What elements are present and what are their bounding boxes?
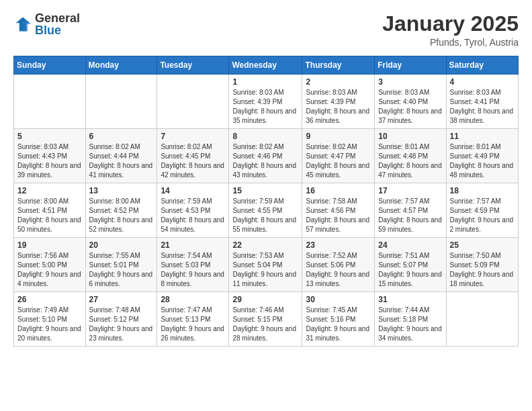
day-info: Sunrise: 8:02 AMSunset: 4:47 PMDaylight:… (306, 142, 371, 180)
day-info: Sunrise: 8:03 AMSunset: 4:39 PMDaylight:… (306, 88, 371, 126)
day-number: 21 (161, 240, 225, 250)
header-friday: Friday (375, 56, 446, 75)
logo: General Blue (13, 12, 80, 36)
calendar-body: 1Sunrise: 8:03 AMSunset: 4:39 PMDaylight… (14, 75, 519, 347)
table-row: 4Sunrise: 8:03 AMSunset: 4:41 PMDaylight… (446, 75, 518, 129)
day-info: Sunrise: 7:48 AMSunset: 5:12 PMDaylight:… (89, 306, 154, 343)
day-number: 8 (232, 132, 298, 141)
table-row: 27Sunrise: 7:48 AMSunset: 5:12 PMDayligh… (85, 292, 157, 347)
logo-icon (13, 15, 32, 34)
day-info: Sunrise: 8:00 AMSunset: 4:52 PMDaylight:… (89, 197, 154, 234)
table-row: 7Sunrise: 8:02 AMSunset: 4:45 PMDaylight… (157, 129, 229, 183)
table-row: 10Sunrise: 8:01 AMSunset: 4:48 PMDayligh… (375, 129, 446, 183)
day-info: Sunrise: 7:47 AMSunset: 5:13 PMDaylight:… (161, 306, 225, 343)
weekday-header-row: Sunday Monday Tuesday Wednesday Thursday… (14, 56, 519, 75)
header-wednesday: Wednesday (229, 56, 302, 75)
day-number: 6 (89, 132, 154, 141)
day-number: 12 (17, 186, 82, 195)
table-row: 13Sunrise: 8:00 AMSunset: 4:52 PMDayligh… (85, 183, 157, 238)
logo-blue-text: Blue (35, 24, 80, 36)
day-number: 25 (450, 240, 515, 250)
day-info: Sunrise: 7:56 AMSunset: 5:00 PMDaylight:… (17, 251, 82, 289)
table-row: 3Sunrise: 8:03 AMSunset: 4:40 PMDaylight… (375, 75, 446, 129)
table-row (85, 75, 157, 129)
table-row: 1Sunrise: 8:03 AMSunset: 4:39 PMDaylight… (229, 75, 302, 129)
day-info: Sunrise: 8:02 AMSunset: 4:45 PMDaylight:… (161, 142, 225, 180)
day-number: 9 (306, 132, 371, 141)
table-row: 26Sunrise: 7:49 AMSunset: 5:10 PMDayligh… (14, 292, 86, 347)
day-number: 3 (378, 77, 442, 87)
calendar-table: Sunday Monday Tuesday Wednesday Thursday… (13, 56, 519, 347)
day-info: Sunrise: 8:01 AMSunset: 4:49 PMDaylight:… (450, 142, 515, 180)
day-number: 30 (306, 295, 371, 304)
table-row: 21Sunrise: 7:54 AMSunset: 5:03 PMDayligh… (157, 238, 229, 292)
title-block: January 2025 Pfunds, Tyrol, Austria (382, 12, 519, 48)
calendar-subtitle: Pfunds, Tyrol, Austria (382, 37, 519, 48)
day-number: 13 (89, 186, 154, 195)
day-number: 31 (378, 295, 442, 304)
table-row: 6Sunrise: 8:02 AMSunset: 4:44 PMDaylight… (85, 129, 157, 183)
table-row: 17Sunrise: 7:57 AMSunset: 4:57 PMDayligh… (375, 183, 446, 238)
table-row: 24Sunrise: 7:51 AMSunset: 5:07 PMDayligh… (375, 238, 446, 292)
table-row: 5Sunrise: 8:03 AMSunset: 4:43 PMDaylight… (14, 129, 86, 183)
day-number: 26 (17, 295, 82, 304)
day-number: 27 (89, 295, 154, 304)
day-number: 22 (232, 240, 298, 250)
day-info: Sunrise: 7:46 AMSunset: 5:15 PMDaylight:… (232, 306, 298, 343)
day-number: 7 (161, 132, 225, 141)
day-number: 24 (378, 240, 442, 250)
day-number: 29 (232, 295, 298, 304)
calendar-title: January 2025 (382, 12, 519, 36)
day-number: 23 (306, 240, 371, 250)
day-number: 5 (17, 132, 82, 141)
day-number: 4 (450, 77, 515, 87)
table-row: 18Sunrise: 7:57 AMSunset: 4:59 PMDayligh… (446, 183, 518, 238)
day-info: Sunrise: 7:45 AMSunset: 5:16 PMDaylight:… (306, 306, 371, 343)
day-info: Sunrise: 8:03 AMSunset: 4:40 PMDaylight:… (378, 88, 442, 126)
table-row: 16Sunrise: 7:58 AMSunset: 4:56 PMDayligh… (302, 183, 375, 238)
day-info: Sunrise: 7:52 AMSunset: 5:06 PMDaylight:… (306, 251, 371, 289)
day-number: 1 (232, 77, 298, 87)
day-number: 14 (161, 186, 225, 195)
day-info: Sunrise: 7:59 AMSunset: 4:53 PMDaylight:… (161, 197, 225, 234)
day-info: Sunrise: 7:50 AMSunset: 5:09 PMDaylight:… (450, 251, 515, 289)
table-row: 12Sunrise: 8:00 AMSunset: 4:51 PMDayligh… (14, 183, 86, 238)
day-info: Sunrise: 7:44 AMSunset: 5:18 PMDaylight:… (378, 306, 442, 343)
header-monday: Monday (85, 56, 157, 75)
day-info: Sunrise: 8:02 AMSunset: 4:46 PMDaylight:… (232, 142, 298, 180)
calendar-week-row: 5Sunrise: 8:03 AMSunset: 4:43 PMDaylight… (14, 129, 519, 183)
table-row (446, 292, 518, 347)
table-row: 8Sunrise: 8:02 AMSunset: 4:46 PMDaylight… (229, 129, 302, 183)
table-row: 20Sunrise: 7:55 AMSunset: 5:01 PMDayligh… (85, 238, 157, 292)
table-row (157, 75, 229, 129)
table-row: 11Sunrise: 8:01 AMSunset: 4:49 PMDayligh… (446, 129, 518, 183)
day-number: 28 (161, 295, 225, 304)
day-info: Sunrise: 8:03 AMSunset: 4:43 PMDaylight:… (17, 142, 82, 180)
day-info: Sunrise: 8:03 AMSunset: 4:41 PMDaylight:… (450, 88, 515, 126)
day-number: 11 (450, 132, 515, 141)
day-number: 10 (378, 132, 442, 141)
table-row: 30Sunrise: 7:45 AMSunset: 5:16 PMDayligh… (302, 292, 375, 347)
header-thursday: Thursday (302, 56, 375, 75)
day-info: Sunrise: 7:54 AMSunset: 5:03 PMDaylight:… (161, 251, 225, 289)
table-row: 25Sunrise: 7:50 AMSunset: 5:09 PMDayligh… (446, 238, 518, 292)
table-row (14, 75, 86, 129)
table-row: 28Sunrise: 7:47 AMSunset: 5:13 PMDayligh… (157, 292, 229, 347)
table-row: 2Sunrise: 8:03 AMSunset: 4:39 PMDaylight… (302, 75, 375, 129)
day-number: 15 (232, 186, 298, 195)
day-info: Sunrise: 7:58 AMSunset: 4:56 PMDaylight:… (306, 197, 371, 234)
day-number: 2 (306, 77, 371, 87)
day-info: Sunrise: 8:03 AMSunset: 4:39 PMDaylight:… (232, 88, 298, 126)
header: General Blue January 2025 Pfunds, Tyrol,… (13, 12, 519, 48)
table-row: 14Sunrise: 7:59 AMSunset: 4:53 PMDayligh… (157, 183, 229, 238)
calendar-week-row: 12Sunrise: 8:00 AMSunset: 4:51 PMDayligh… (14, 183, 519, 238)
table-row: 29Sunrise: 7:46 AMSunset: 5:15 PMDayligh… (229, 292, 302, 347)
day-info: Sunrise: 7:53 AMSunset: 5:04 PMDaylight:… (232, 251, 298, 289)
calendar-week-row: 26Sunrise: 7:49 AMSunset: 5:10 PMDayligh… (14, 292, 519, 347)
table-row: 19Sunrise: 7:56 AMSunset: 5:00 PMDayligh… (14, 238, 86, 292)
day-number: 17 (378, 186, 442, 195)
day-number: 20 (89, 240, 154, 250)
day-info: Sunrise: 8:01 AMSunset: 4:48 PMDaylight:… (378, 142, 442, 180)
table-row: 31Sunrise: 7:44 AMSunset: 5:18 PMDayligh… (375, 292, 446, 347)
table-row: 15Sunrise: 7:59 AMSunset: 4:55 PMDayligh… (229, 183, 302, 238)
